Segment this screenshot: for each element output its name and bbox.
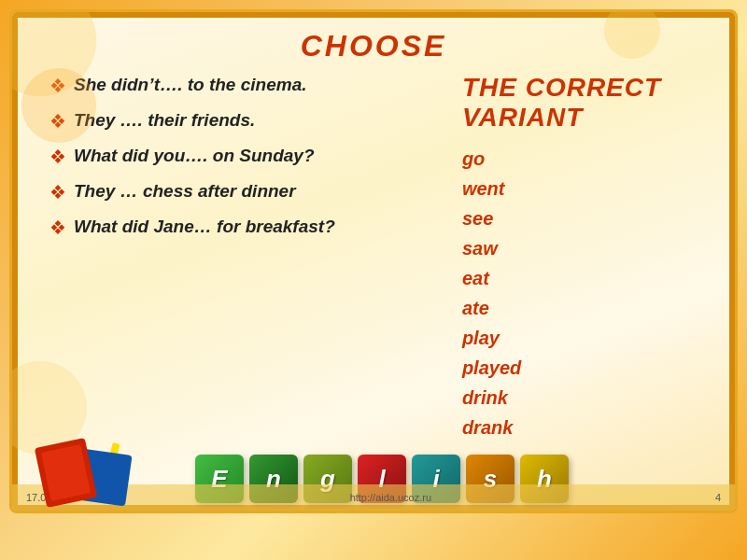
sentence-text-1: She didn’t…. to the cinema. xyxy=(74,73,306,97)
sentence-5: ❖ What did Jane… for breakfast? xyxy=(49,215,434,239)
content-area: ❖ She didn’t…. to the cinema. ❖ They …. … xyxy=(12,68,735,432)
diamond-5: ❖ xyxy=(49,217,66,239)
diamond-4: ❖ xyxy=(49,181,66,203)
sentence-text-4: They … chess after dinner xyxy=(74,179,296,203)
right-title: THE CORRECT VARIANT xyxy=(462,73,707,133)
sentence-text-2: They …. their friends. xyxy=(74,108,255,133)
diamond-3: ❖ xyxy=(49,146,66,168)
word-list: go went see saw eat ate play played drin… xyxy=(462,144,707,442)
word-played[interactable]: played xyxy=(462,353,707,383)
word-see[interactable]: see xyxy=(462,203,707,233)
word-go[interactable]: go xyxy=(462,144,707,174)
word-ate[interactable]: ate xyxy=(462,293,707,323)
books-area xyxy=(40,442,113,503)
sentence-2: ❖ They …. their friends. xyxy=(49,108,434,133)
word-drink[interactable]: drink xyxy=(462,383,707,413)
sentence-text-5: What did Jane… for breakfast? xyxy=(74,215,335,239)
word-went[interactable]: went xyxy=(462,174,707,203)
footer-url: http://aida.ucoz.ru xyxy=(350,492,431,503)
sentence-3: ❖ What did you…. on Sunday? xyxy=(49,144,434,168)
right-title-line2: VARIANT xyxy=(462,103,583,132)
footer-page: 4 xyxy=(715,492,721,503)
main-content: CHOOSE ❖ She didn’t…. to the cinema. ❖ T… xyxy=(9,9,738,513)
sentence-4: ❖ They … chess after dinner xyxy=(49,179,434,203)
word-eat[interactable]: eat xyxy=(462,263,707,293)
right-panel: THE CORRECT VARIANT go went see saw eat … xyxy=(453,73,707,423)
deco-circle-2 xyxy=(21,68,96,143)
word-play[interactable]: play xyxy=(462,323,707,353)
right-title-line1: THE CORRECT xyxy=(462,73,661,102)
slide: CHOOSE ❖ She didn’t…. to the cinema. ❖ T… xyxy=(0,0,747,560)
left-panel: ❖ She didn’t…. to the cinema. ❖ They …. … xyxy=(49,73,453,423)
sentence-1: ❖ She didn’t…. to the cinema. xyxy=(49,73,434,97)
sentence-text-3: What did you…. on Sunday? xyxy=(74,144,315,168)
word-saw[interactable]: saw xyxy=(462,233,707,263)
